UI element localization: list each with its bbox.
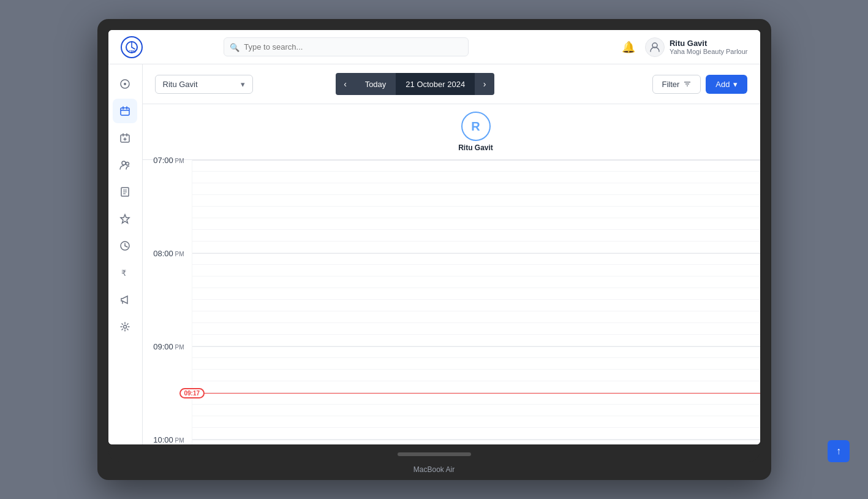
- sidebar-item-appointments[interactable]: [113, 126, 137, 150]
- sidebar-item-marketing[interactable]: [113, 288, 137, 312]
- filter-label: Filter: [662, 80, 679, 89]
- sidebar-item-services[interactable]: [113, 207, 137, 231]
- user-org: Yaha Mogi Beauty Parlour: [670, 48, 748, 55]
- user-avatar-icon: [645, 37, 665, 57]
- search-input[interactable]: [224, 37, 469, 56]
- slot-col-7pm: [192, 160, 760, 207]
- time-row-9pm: 09:00 PM: [143, 346, 760, 393]
- search-icon: 🔍: [230, 42, 240, 51]
- time-row-8pm: 08:00 PM: [143, 253, 760, 300]
- svg-line-25: [125, 246, 127, 247]
- add-label: Add: [715, 80, 730, 89]
- time-row-10pm: 10:00 PM: [143, 440, 760, 444]
- slot-col-10pm: [192, 440, 760, 444]
- sidebar-item-settings[interactable]: [113, 314, 137, 339]
- sidebar-item-clients[interactable]: [113, 153, 137, 177]
- macbook-label: MacBook Air: [108, 462, 760, 480]
- time-row-7pm: 07:00 PM: [143, 160, 760, 207]
- header-actions: Filter Add ▾: [652, 75, 747, 94]
- today-button[interactable]: Today: [355, 73, 396, 95]
- svg-text:₹: ₹: [121, 269, 126, 278]
- svg-rect-7: [121, 108, 129, 115]
- svg-text:CRM: CRM: [129, 50, 135, 53]
- filter-button[interactable]: Filter: [652, 75, 701, 94]
- sidebar-item-reports[interactable]: [113, 180, 137, 204]
- time-row-930pm: [143, 393, 760, 440]
- current-date-display: 21 October 2024: [396, 73, 475, 95]
- svg-point-16: [122, 161, 126, 165]
- svg-point-6: [124, 83, 126, 85]
- staff-header: R Ritu Gavit: [143, 104, 760, 160]
- staff-dropdown-value: Ritu Gavit: [163, 80, 198, 89]
- staff-name: Ritu Gavit: [458, 143, 493, 152]
- nav-date-group: ‹ Today 21 October 2024 ›: [336, 73, 495, 95]
- time-row-730pm: [143, 207, 760, 253]
- sidebar-item-billing[interactable]: ₹: [113, 261, 137, 285]
- svg-marker-22: [121, 215, 129, 223]
- time-row-830pm: [143, 300, 760, 346]
- slot-col-9pm: [192, 346, 760, 393]
- sidebar-item-history[interactable]: [113, 234, 137, 258]
- calendar-area[interactable]: R Ritu Gavit 07:00 PM: [143, 104, 760, 444]
- notification-button[interactable]: 🔔: [622, 40, 635, 54]
- staff-column: R Ritu Gavit: [192, 112, 760, 152]
- user-name: Ritu Gavit: [670, 39, 748, 48]
- content-header: Ritu Gavit ▾ ‹ Today 21 October 2024 › F…: [143, 64, 760, 104]
- prev-date-button[interactable]: ‹: [336, 73, 355, 95]
- filter-icon: [683, 80, 692, 88]
- staff-dropdown[interactable]: Ritu Gavit ▾: [155, 75, 253, 94]
- app-logo: CRM: [121, 36, 143, 58]
- staff-avatar: R: [461, 112, 491, 141]
- slot-col-8pm: [192, 253, 760, 300]
- dropdown-arrow-icon: ▾: [241, 80, 245, 89]
- add-dropdown-icon: ▾: [733, 80, 738, 89]
- svg-point-17: [126, 162, 129, 166]
- search-bar: 🔍: [224, 37, 469, 56]
- svg-line-2: [132, 47, 135, 49]
- svg-point-28: [124, 326, 127, 329]
- sidebar-item-dashboard[interactable]: [113, 72, 137, 96]
- user-area: Ritu Gavit Yaha Mogi Beauty Parlour: [645, 37, 748, 57]
- current-time-line: [192, 393, 760, 394]
- sidebar: ₹: [108, 64, 143, 444]
- next-date-button[interactable]: ›: [475, 73, 494, 95]
- current-time-badge: 09:17: [179, 388, 205, 398]
- time-grid: 07:00 PM: [143, 160, 760, 444]
- sidebar-item-calendar[interactable]: [113, 99, 137, 123]
- add-button[interactable]: Add ▾: [706, 75, 747, 94]
